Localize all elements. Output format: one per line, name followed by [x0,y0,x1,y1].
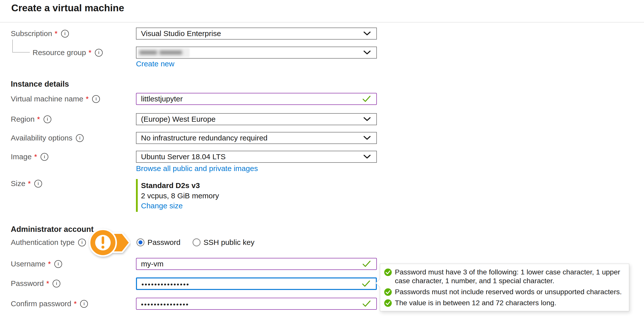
warning-callout-icon [85,224,131,262]
required-asterisk: * [34,152,37,161]
required-asterisk: * [55,29,58,38]
blur-blob [159,51,182,55]
size-name: Standard D2s v3 [141,181,200,190]
chevron-down-icon [363,136,371,140]
region-label: Region [11,115,35,123]
subscription-dropdown[interactable]: Visual Studio Enterprise [136,28,377,40]
radio-password[interactable]: Password [136,238,181,247]
tooltip-rule-text: Passwords must not include reserved word… [395,287,622,296]
tooltip-rule-item: Passwords must not include reserved word… [384,287,624,296]
vm-name-value: littlestjupyter [141,95,183,103]
username-value: my-vm [141,260,164,268]
required-asterisk: * [48,260,51,268]
subscription-label-row: Subscription * i [11,28,69,40]
confirm-password-input[interactable]: ••••••••••••••• [136,298,377,310]
radio-dot [138,240,142,244]
resource-group-redacted-value [137,48,190,57]
region-value: (Europe) West Europe [141,115,216,123]
success-check-icon [384,288,392,296]
availability-value: No infrastructure redundancy required [141,134,267,142]
tree-connector-horizontal [12,52,30,53]
create-new-link[interactable]: Create new [136,60,174,68]
info-glyph: i [64,31,65,36]
required-asterisk: * [88,48,91,57]
username-label: Username [11,260,45,268]
tooltip-rule-item: Password must have 3 of the following: 1… [384,268,624,285]
availability-label: Availability options [11,134,72,142]
username-input[interactable]: my-vm [136,258,377,270]
image-value: Ubuntu Server 18.04 LTS [141,152,226,161]
success-check-icon [384,268,392,276]
browse-images-link[interactable]: Browse all public and private images [136,164,258,173]
availability-label-row: Availability options i [11,132,84,144]
info-glyph: i [98,50,99,55]
tooltip-rule-item: The value is in between 12 and 72 charac… [384,298,624,307]
subscription-label: Subscription [11,29,52,38]
info-glyph: i [84,301,85,306]
tooltip-rule-text: Password must have 3 of the following: 1… [395,268,624,285]
info-icon[interactable]: i [53,280,60,287]
auth-type-label: Authentication type [11,238,75,247]
tree-connector-vertical [12,40,13,53]
chevron-down-icon [363,50,371,55]
info-icon[interactable]: i [54,260,62,268]
section-administrator-account: Administrator account [11,225,94,234]
vm-name-input[interactable]: littlestjupyter [136,93,377,105]
chevron-down-icon [363,154,371,159]
subscription-value: Visual Studio Enterprise [141,29,221,38]
info-glyph: i [96,96,97,102]
region-dropdown[interactable]: (Europe) West Europe [136,113,377,125]
info-icon[interactable]: i [44,115,51,123]
required-asterisk: * [74,299,77,308]
auth-type-label-row: Authentication type i [11,236,86,248]
valid-check-icon [362,280,370,287]
radio-ssh-public-key[interactable]: SSH public key [193,238,254,247]
required-asterisk: * [46,279,49,288]
info-icon[interactable]: i [92,95,100,103]
chevron-down-icon [363,117,371,121]
valid-check-icon [362,260,371,267]
availability-dropdown[interactable]: No infrastructure redundancy required [136,132,377,144]
info-icon[interactable]: i [41,153,48,161]
info-icon[interactable]: i [80,300,88,308]
page-title: Create a virtual machine [11,3,124,14]
info-glyph: i [38,181,39,186]
chevron-down-icon [363,31,371,36]
image-dropdown[interactable]: Ubuntu Server 18.04 LTS [136,151,377,163]
info-glyph: i [82,240,83,245]
password-input[interactable]: ••••••••••••••• [136,277,377,290]
radio-ssh-label: SSH public key [204,238,254,247]
info-glyph: i [79,135,80,141]
info-icon[interactable]: i [76,134,84,142]
divider [0,22,644,23]
password-masked-value: ••••••••••••••• [141,279,190,288]
info-icon[interactable]: i [61,30,69,38]
size-accent-bar [136,179,138,212]
info-glyph: i [47,116,48,122]
info-icon[interactable]: i [95,49,103,57]
radio-unselected-icon [193,238,201,246]
size-label: Size [11,179,25,188]
required-asterisk: * [37,115,40,123]
vm-name-label-row: Virtual machine name * i [11,93,100,105]
valid-check-icon [362,95,371,102]
size-label-row: Size * i [11,178,42,190]
required-asterisk: * [86,95,89,103]
required-asterisk: * [28,179,31,188]
confirm-password-masked-value: ••••••••••••••• [141,299,189,308]
resource-group-label: Resource group [33,48,86,57]
confirm-password-label: Confirm password [11,299,71,308]
valid-check-icon [362,300,371,307]
image-label-row: Image * i [11,151,48,163]
size-specs: 2 vcpus, 8 GiB memory [141,192,219,200]
tooltip-caret [376,279,384,287]
change-size-link[interactable]: Change size [141,202,183,210]
auth-type-radio-group: Password SSH public key [136,236,254,248]
radio-selected-icon [136,238,144,246]
vm-name-label: Virtual machine name [11,95,83,103]
resource-group-label-row: Resource group * i [33,47,103,59]
info-icon[interactable]: i [34,180,42,188]
info-glyph: i [56,281,57,286]
image-label: Image [11,152,32,161]
confirm-password-label-row: Confirm password * i [11,298,88,310]
